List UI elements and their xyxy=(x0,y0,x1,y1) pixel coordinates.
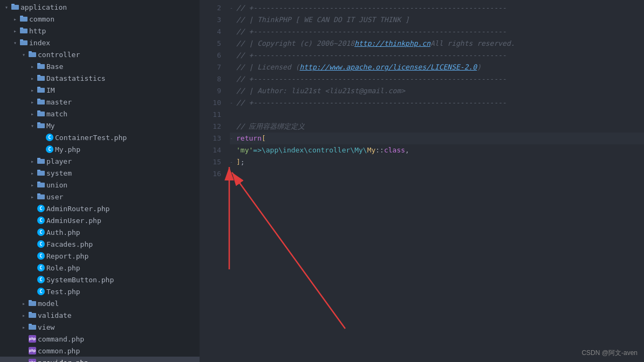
tree-item-Base[interactable]: Base xyxy=(0,60,200,72)
tree-item-Test.php[interactable]: CTest.php xyxy=(0,286,200,297)
line-number: 15 xyxy=(200,156,221,168)
tree-item-provider.php[interactable]: phpprovider.php xyxy=(0,357,200,362)
chevron-icon xyxy=(28,157,37,165)
tree-item-http[interactable]: http xyxy=(0,25,200,37)
tree-item-controller[interactable]: controller xyxy=(0,48,200,60)
chevron-icon xyxy=(28,109,37,118)
token: // 应用容器绑定定义 xyxy=(236,121,305,133)
code-line: -// +-----------------------------------… xyxy=(230,2,644,14)
token: return xyxy=(236,133,262,144)
chevron-icon xyxy=(19,299,28,308)
svg-rect-16 xyxy=(37,100,45,105)
folder-icon xyxy=(37,74,45,82)
php-c-icon: C xyxy=(37,216,45,225)
svg-rect-33 xyxy=(29,312,32,314)
chevron-icon xyxy=(28,192,37,201)
code-line: 'my' => \app\index\controller\My\My::cla… xyxy=(230,144,644,156)
tree-item-ContainerTest.php[interactable]: CContainerTest.php xyxy=(0,131,200,143)
line-number: 2 xyxy=(200,2,221,14)
tree-item-common[interactable]: common xyxy=(0,13,200,25)
tree-item-user[interactable]: user xyxy=(0,191,200,203)
svg-rect-34 xyxy=(29,325,36,330)
tree-item-Auth.php[interactable]: CAuth.php xyxy=(0,226,200,238)
token: ; xyxy=(241,156,245,168)
fold-gutter: - xyxy=(230,133,236,144)
tree-item-My.php[interactable]: CMy.php xyxy=(0,143,200,155)
tree-item-Report.php[interactable]: CReport.php xyxy=(0,250,200,262)
folder-icon xyxy=(37,169,45,177)
tree-item-union[interactable]: union xyxy=(0,179,200,191)
folder-icon xyxy=(19,15,28,23)
svg-rect-3 xyxy=(20,16,23,17)
tree-item-label: player xyxy=(46,157,72,165)
tree-item-label: application xyxy=(20,3,67,11)
line-numbers: 2345678910111213141516 xyxy=(200,0,225,362)
line-number: 9 xyxy=(200,85,221,97)
tree-item-application[interactable]: application xyxy=(0,1,200,13)
chevron-icon xyxy=(11,15,19,23)
tree-item-index[interactable]: index xyxy=(0,37,200,48)
tree-item-view[interactable]: view xyxy=(0,321,200,333)
tree-item-label: union xyxy=(46,181,67,189)
tree-item-SystemButton.php[interactable]: CSystemButton.php xyxy=(0,274,200,286)
chevron-icon xyxy=(28,252,37,260)
token: All rights reserved. xyxy=(430,38,515,50)
chevron-icon xyxy=(28,98,37,106)
svg-rect-9 xyxy=(29,51,32,53)
tree-item-AdminRouter.php[interactable]: CAdminRouter.php xyxy=(0,203,200,214)
folder-icon xyxy=(28,50,37,59)
folder-icon xyxy=(19,38,28,47)
tree-item-system[interactable]: system xyxy=(0,167,200,179)
folder-icon xyxy=(37,157,45,165)
tree-item-My[interactable]: My xyxy=(0,120,200,131)
tree-item-label: My xyxy=(46,122,55,130)
tree-item-label: SystemButton.php xyxy=(46,276,114,284)
chevron-icon xyxy=(28,228,37,236)
tree-item-model[interactable]: model xyxy=(0,297,200,309)
chevron-icon xyxy=(37,145,45,154)
svg-rect-4 xyxy=(20,29,28,33)
watermark: CSDN @阿文-aven xyxy=(581,349,638,358)
tree-item-label: AdminUser.php xyxy=(46,217,101,225)
tree-item-label: Facades.php xyxy=(46,240,93,248)
php-c-icon: C xyxy=(37,263,45,272)
code-line: // | Copyright (c) 2006~2018 http://thin… xyxy=(230,38,644,50)
tree-item-AdminUser.php[interactable]: CAdminUser.php xyxy=(0,214,200,226)
fold-gutter: - xyxy=(230,156,236,168)
php-c-icon: C xyxy=(37,240,45,248)
chevron-icon xyxy=(28,263,37,272)
tree-item-command.php[interactable]: phpcommand.php xyxy=(0,333,200,345)
tree-item-IM[interactable]: IM xyxy=(0,84,200,96)
tree-item-Facades.php[interactable]: CFacades.php xyxy=(0,238,200,250)
chevron-icon xyxy=(28,62,37,71)
token: , xyxy=(405,144,409,156)
folder-icon xyxy=(37,109,45,118)
chevron-icon xyxy=(28,86,37,94)
token: [ xyxy=(262,133,266,144)
tree-item-common.php[interactable]: phpcommon.php xyxy=(0,345,200,357)
chevron-icon xyxy=(28,240,37,248)
line-number: 3 xyxy=(200,14,221,26)
tree-item-player[interactable]: player xyxy=(0,155,200,167)
tree-item-master[interactable]: master xyxy=(0,96,200,108)
tree-item-validate[interactable]: validate xyxy=(0,309,200,321)
svg-rect-8 xyxy=(29,52,36,57)
svg-rect-7 xyxy=(20,39,23,41)
chevron-icon xyxy=(28,121,37,130)
token: http://www.apache.org/licenses/LICENSE-2… xyxy=(299,61,477,73)
line-number: 7 xyxy=(200,61,221,73)
tree-item-match[interactable]: match xyxy=(0,108,200,120)
folder-icon xyxy=(37,62,45,71)
tree-item-label: Report.php xyxy=(46,252,88,260)
chevron-icon xyxy=(28,204,37,213)
token: // | Copyright (c) 2006~2018 xyxy=(236,38,354,50)
tree-item-label: common xyxy=(29,15,54,23)
svg-rect-5 xyxy=(20,27,23,29)
file-tree[interactable]: applicationcommonhttpindexcontrollerBase… xyxy=(0,0,200,362)
fold-gutter: - xyxy=(230,97,236,109)
tree-item-Datastatistics[interactable]: Datastatistics xyxy=(0,72,200,84)
tree-item-Role.php[interactable]: CRole.php xyxy=(0,262,200,274)
token: // +------------------------------------… xyxy=(236,26,506,38)
tree-item-label: match xyxy=(46,110,67,118)
svg-rect-17 xyxy=(37,99,40,100)
